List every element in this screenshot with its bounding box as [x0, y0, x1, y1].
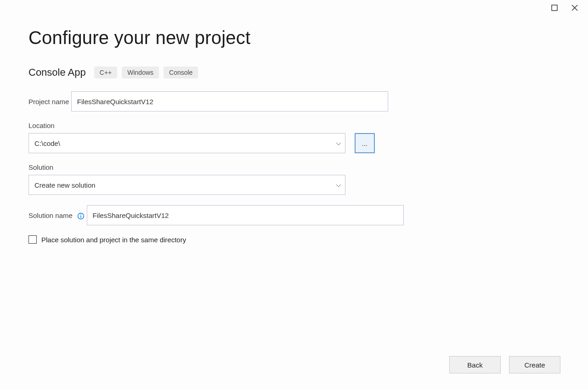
tag-list: C++ Windows Console: [94, 67, 198, 78]
solution-input[interactable]: [28, 175, 345, 195]
solution-name-group: Solution name: [28, 205, 560, 225]
solution-combo[interactable]: [28, 175, 345, 195]
close-icon[interactable]: [571, 5, 580, 13]
create-button[interactable]: Create: [509, 356, 560, 373]
solution-name-input[interactable]: [87, 205, 404, 225]
project-template-name: Console App: [28, 67, 86, 78]
back-button[interactable]: Back: [449, 356, 501, 373]
svg-rect-5: [80, 216, 81, 218]
content-area: Configure your new project Console App C…: [8, 6, 580, 244]
solution-name-label-text: Solution name: [28, 212, 73, 219]
tag-console: Console: [164, 67, 198, 78]
window-titlebar: [551, 5, 580, 13]
info-icon[interactable]: [77, 212, 85, 220]
browse-button[interactable]: ...: [355, 133, 375, 153]
solution-group: Solution: [28, 163, 560, 195]
project-name-group: Project name: [28, 91, 560, 111]
location-input[interactable]: [28, 133, 345, 153]
subtitle-row: Console App C++ Windows Console: [28, 67, 560, 78]
tag-cpp: C++: [94, 67, 117, 78]
solution-label: Solution: [28, 163, 53, 171]
location-label: Location: [28, 122, 55, 129]
location-group: Location ...: [28, 122, 560, 153]
svg-point-4: [80, 214, 81, 215]
footer-actions: Back Create: [449, 356, 560, 373]
configure-project-window: Configure your new project Console App C…: [0, 0, 588, 390]
tag-windows: Windows: [122, 67, 159, 78]
page-title: Configure your new project: [28, 28, 560, 48]
project-name-label: Project name: [28, 98, 69, 106]
location-combo[interactable]: [28, 133, 345, 153]
same-directory-label: Place solution and project in the same d…: [41, 236, 186, 244]
same-directory-checkbox[interactable]: [28, 235, 37, 244]
maximize-icon[interactable]: [551, 5, 560, 13]
project-name-input[interactable]: [71, 91, 388, 111]
svg-rect-0: [552, 5, 557, 11]
same-directory-row[interactable]: Place solution and project in the same d…: [28, 235, 560, 244]
solution-name-label: Solution name: [28, 212, 85, 220]
